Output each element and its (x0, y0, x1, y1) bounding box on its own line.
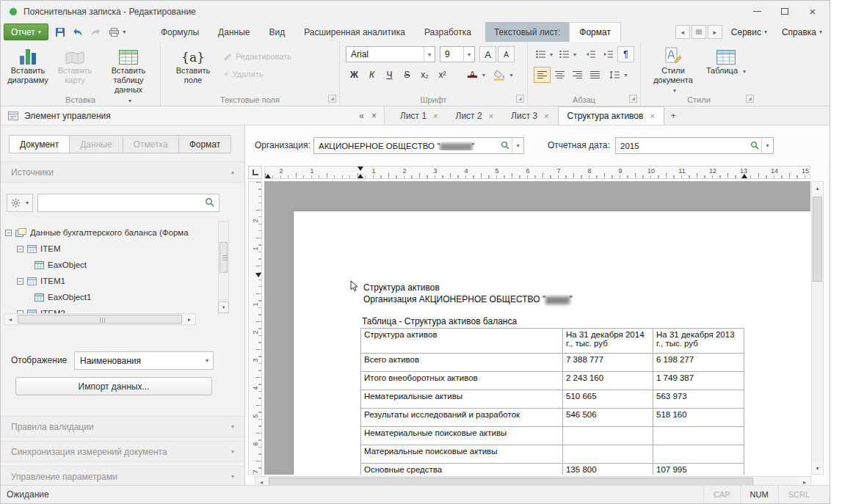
justify-button[interactable] (587, 67, 603, 83)
chevron-down-icon[interactable]: ▾ (424, 47, 435, 62)
top-margin-marker[interactable] (255, 273, 261, 277)
insert-field-button[interactable]: {a} Вставить поле (170, 44, 217, 92)
ribbon-tab[interactable]: Разработка (415, 22, 481, 42)
scroll-down-button[interactable]: ▾ (812, 462, 823, 474)
close-tab-icon[interactable]: × (544, 112, 548, 120)
sheet-tab[interactable]: Лист 2× (447, 106, 503, 125)
bold-button[interactable]: Ж (346, 67, 363, 83)
collapse-node-icon[interactable]: − (17, 278, 23, 285)
sheet-tab-active[interactable]: Структура активов× (558, 106, 664, 125)
cell-indicator-name[interactable]: Основные средства (361, 464, 563, 475)
close-tab-icon[interactable]: × (433, 112, 438, 120)
dialog-launcher-icon[interactable]: ◢ (629, 95, 637, 103)
import-data-button[interactable]: Импорт данных... (15, 377, 212, 395)
ruler-corner-button[interactable] (248, 166, 262, 179)
cell-value-2013[interactable]: 1 749 387 (653, 372, 744, 390)
cell-value-2014[interactable] (563, 445, 653, 464)
document-org-line[interactable]: Организация АКЦИОНЕРНОЕ ОБЩЕСТВО "██████… (363, 294, 573, 304)
scroll-left-button[interactable]: ◂ (4, 314, 16, 324)
close-panel-button[interactable]: × (371, 111, 377, 121)
column-header[interactable]: На 31 декабря 2014 г., тыс. руб (563, 329, 653, 354)
organization-input[interactable]: АКЦИОНЕРНОЕ ОБЩЕСТВО "████████" ▾ (313, 137, 524, 154)
document-heading[interactable]: Структура активов (363, 282, 440, 293)
num-lock-indicator[interactable]: NUM (740, 486, 778, 503)
cell-value-2013[interactable]: 6 198 277 (653, 354, 744, 372)
sheet-tab[interactable]: Лист 3× (502, 106, 558, 125)
ribbon-tab-format[interactable]: Формат (569, 22, 621, 42)
add-sheet-button[interactable]: + (664, 106, 683, 125)
ribbon-prev-button[interactable]: ◂ (675, 25, 690, 39)
ribbon-list-button[interactable] (692, 25, 706, 39)
tree-vertical-scrollbar[interactable] (218, 221, 229, 300)
superscript-button[interactable]: x² (434, 67, 451, 83)
table-caption[interactable]: Таблица - Структура активов баланса (362, 316, 517, 326)
parameter-management-section[interactable]: Управление параметрами ▾ (1, 466, 244, 487)
insert-data-table-button[interactable]: Вставить таблицу данных ▾ (99, 44, 158, 92)
dialog-launcher-icon[interactable]: ◢ (328, 95, 336, 103)
cell-value-2014[interactable]: 546 506 (563, 409, 653, 427)
font-family-select[interactable]: Arial ▾ (346, 46, 435, 62)
italic-button[interactable]: К (363, 67, 380, 83)
tree-item[interactable]: − ITEM (17, 241, 60, 256)
dialog-launcher-icon[interactable]: ◢ (516, 95, 524, 103)
document-styles-button[interactable]: Стили документа ▾ (650, 44, 697, 92)
cell-value-2013[interactable]: 518 160 (653, 409, 744, 427)
dimension-sync-section[interactable]: Синхронизация измерений документа ▾ (1, 441, 244, 462)
ribbon-tab[interactable]: Данные (208, 22, 259, 42)
scrollbar-thumb[interactable] (813, 197, 822, 282)
font-color-button[interactable]: А ▾ (465, 67, 487, 83)
cell-value-2013[interactable]: 563 973 (653, 390, 744, 409)
numbered-list-button[interactable]: ▾ (557, 46, 578, 62)
sheet-tab[interactable]: Лист 1× (391, 106, 447, 125)
font-size-select[interactable]: 9 ▾ (440, 46, 475, 62)
cell-indicator-name[interactable]: Материальные поисковые активы (361, 445, 563, 464)
display-mode-select[interactable]: Наименования ▾ (74, 351, 214, 370)
fill-color-button[interactable]: ▾ (491, 67, 515, 83)
print-button[interactable]: ▾ (104, 22, 131, 42)
right-indent-marker[interactable] (741, 174, 747, 178)
ribbon-tab[interactable]: Расширенная аналитика (294, 22, 415, 42)
report-date-input[interactable]: 2015 ▾ (615, 137, 774, 154)
service-menu[interactable]: Сервис▾ (724, 22, 774, 42)
align-center-button[interactable] (551, 67, 568, 83)
indent-marker[interactable] (358, 174, 363, 178)
insert-map-button[interactable]: Вставить карту (54, 44, 96, 92)
ribbon-next-button[interactable]: ▸ (708, 25, 722, 39)
maximize-button[interactable] (771, 1, 799, 22)
ribbon-tab[interactable]: Формулы (151, 22, 208, 42)
column-header[interactable]: На 31 декабря 2013 г., тыс. руб (653, 329, 744, 354)
cell-value-2013[interactable] (653, 445, 744, 464)
align-right-button[interactable] (569, 67, 586, 83)
decrease-indent-button[interactable] (582, 46, 599, 62)
cell-indicator-name[interactable]: Нематериальные активы (361, 390, 563, 409)
cell-value-2014[interactable]: 7 388 777 (563, 354, 653, 372)
cell-indicator-name[interactable]: Всего активов (361, 354, 563, 372)
caps-lock-indicator[interactable]: CAP (703, 486, 740, 503)
cell-value-2014[interactable]: 510 665 (563, 390, 653, 409)
panel-tab-data[interactable]: Данные (69, 135, 123, 153)
panel-tab-document[interactable]: Документ (9, 135, 70, 153)
scrollbar-thumb[interactable] (18, 315, 182, 324)
collapse-node-icon[interactable]: − (17, 246, 23, 252)
table-styles-button[interactable]: Таблица ▾ (705, 44, 747, 92)
tree-item[interactable]: EaxObject1 (35, 290, 91, 304)
cell-value-2014[interactable]: 135 800 (563, 464, 653, 475)
scrollbar-thumb[interactable] (219, 242, 228, 273)
document-canvas[interactable]: Структура активов Организация АКЦИОНЕРНО… (264, 181, 810, 475)
line-spacing-button[interactable]: ▾ (607, 67, 630, 83)
edit-field-button[interactable]: Редактировать (224, 49, 291, 64)
cell-value-2013[interactable] (653, 427, 744, 445)
ribbon-tab[interactable]: Вид (259, 22, 294, 42)
scroll-up-button[interactable]: ▴ (812, 182, 823, 194)
dialog-launcher-icon[interactable]: ◢ (746, 95, 754, 103)
shrink-font-button[interactable]: А (498, 46, 515, 62)
strikethrough-button[interactable]: S (399, 67, 415, 83)
chevron-down-icon[interactable]: ▾ (761, 138, 773, 153)
collapse-node-icon[interactable]: − (5, 230, 12, 236)
panel-tab-format[interactable]: Формат (178, 135, 232, 153)
scroll-right-button[interactable]: ▸ (184, 314, 195, 324)
source-search-input[interactable] (37, 194, 219, 212)
redo-button[interactable] (87, 22, 104, 42)
tree-item[interactable]: − ITEM1 (17, 274, 65, 288)
subscript-button[interactable]: x₂ (416, 67, 433, 83)
